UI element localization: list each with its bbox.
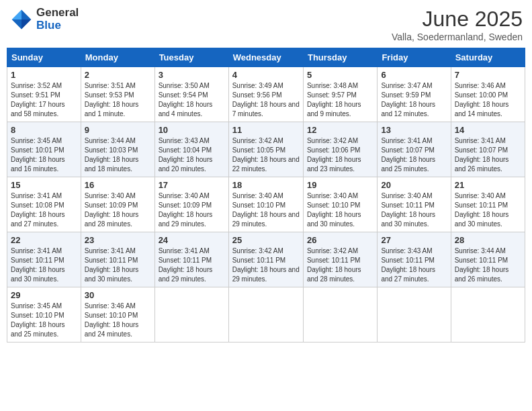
daylight-label: Daylight: 18 hours and 7 minutes. — [232, 101, 300, 118]
calendar-header-row: SundayMondayTuesdayWednesdayThursdayFrid… — [7, 48, 525, 67]
sunrise-label: Sunrise: 3:41 AM — [381, 137, 432, 144]
calendar-week-row: 8 Sunrise: 3:45 AM Sunset: 10:01 PM Dayl… — [7, 122, 525, 177]
day-info: Sunrise: 3:41 AM Sunset: 10:08 PM Daylig… — [11, 191, 77, 229]
day-info: Sunrise: 3:41 AM Sunset: 10:11 PM Daylig… — [159, 246, 225, 284]
sunrise-label: Sunrise: 3:40 AM — [307, 192, 358, 199]
sunrise-label: Sunrise: 3:41 AM — [85, 247, 136, 255]
month-title: June 2025 — [392, 7, 523, 32]
sunrise-label: Sunrise: 3:40 AM — [455, 192, 506, 199]
day-info: Sunrise: 3:44 AM Sunset: 10:11 PM Daylig… — [455, 246, 521, 284]
sunrise-label: Sunrise: 3:43 AM — [381, 247, 432, 255]
calendar-cell: 20 Sunrise: 3:40 AM Sunset: 10:11 PM Day… — [378, 177, 451, 232]
logo-icon — [9, 7, 34, 32]
calendar-table: SundayMondayTuesdayWednesdayThursdayFrid… — [7, 48, 525, 342]
daylight-label: Daylight: 18 hours and 27 minutes. — [381, 266, 435, 283]
daylight-label: Daylight: 18 hours and 25 minutes. — [381, 156, 435, 173]
sunset-label: Sunset: 10:09 PM — [85, 201, 138, 209]
calendar-cell: 23 Sunrise: 3:41 AM Sunset: 10:11 PM Day… — [81, 232, 154, 287]
weekday-header-sunday: Sunday — [7, 48, 81, 67]
daylight-label: Daylight: 18 hours and 29 minutes. — [159, 211, 213, 228]
sunset-label: Sunset: 10:11 PM — [11, 257, 64, 264]
sunset-label: Sunset: 10:11 PM — [159, 257, 212, 264]
day-info: Sunrise: 3:45 AM Sunset: 10:01 PM Daylig… — [11, 136, 77, 174]
sunrise-label: Sunrise: 3:46 AM — [455, 82, 506, 89]
sunrise-label: Sunrise: 3:40 AM — [232, 192, 283, 199]
calendar-cell — [378, 287, 451, 342]
calendar-cell — [303, 287, 377, 342]
sunset-label: Sunset: 10:11 PM — [307, 257, 361, 264]
daylight-label: Daylight: 18 hours and 30 minutes. — [455, 211, 509, 228]
day-info: Sunrise: 3:41 AM Sunset: 10:07 PM Daylig… — [381, 136, 447, 174]
daylight-label: Daylight: 18 hours and 26 minutes. — [455, 156, 509, 173]
sunset-label: Sunset: 10:11 PM — [381, 257, 435, 264]
day-info: Sunrise: 3:45 AM Sunset: 10:10 PM Daylig… — [11, 302, 77, 339]
day-number: 10 — [159, 125, 225, 135]
daylight-label: Daylight: 18 hours and 22 minutes. — [232, 156, 300, 173]
calendar-week-row: 22 Sunrise: 3:41 AM Sunset: 10:11 PM Day… — [7, 232, 525, 287]
daylight-label: Daylight: 18 hours and 29 minutes. — [232, 266, 300, 283]
sunset-label: Sunset: 9:53 PM — [85, 91, 134, 99]
sunrise-label: Sunrise: 3:47 AM — [381, 82, 432, 89]
sunrise-label: Sunrise: 3:42 AM — [307, 247, 358, 255]
sunrise-label: Sunrise: 3:42 AM — [232, 247, 283, 255]
day-number: 23 — [85, 235, 151, 245]
calendar-cell: 21 Sunrise: 3:40 AM Sunset: 10:11 PM Day… — [451, 177, 525, 232]
calendar-cell: 16 Sunrise: 3:40 AM Sunset: 10:09 PM Day… — [81, 177, 154, 232]
calendar-cell: 28 Sunrise: 3:44 AM Sunset: 10:11 PM Day… — [451, 232, 525, 287]
day-number: 24 — [159, 235, 225, 245]
sunset-label: Sunset: 10:05 PM — [232, 146, 286, 154]
sunrise-label: Sunrise: 3:40 AM — [85, 192, 136, 199]
sunset-label: Sunset: 10:10 PM — [85, 312, 138, 319]
calendar-cell: 14 Sunrise: 3:41 AM Sunset: 10:07 PM Day… — [451, 122, 525, 177]
calendar-cell: 6 Sunrise: 3:47 AM Sunset: 9:59 PM Dayli… — [378, 67, 451, 122]
sunrise-label: Sunrise: 3:49 AM — [232, 82, 283, 89]
calendar-cell — [451, 287, 525, 342]
logo-blue: Blue — [36, 19, 79, 32]
svg-marker-2 — [12, 19, 21, 29]
day-number: 8 — [11, 125, 77, 135]
sunrise-label: Sunrise: 3:41 AM — [159, 247, 210, 255]
sunrise-label: Sunrise: 3:51 AM — [85, 82, 136, 89]
day-info: Sunrise: 3:50 AM Sunset: 9:54 PM Dayligh… — [159, 81, 225, 119]
sunset-label: Sunset: 10:09 PM — [159, 201, 212, 209]
daylight-label: Daylight: 17 hours and 58 minutes. — [11, 101, 65, 118]
sunset-label: Sunset: 10:11 PM — [455, 201, 508, 209]
daylight-label: Daylight: 18 hours and 4 minutes. — [159, 101, 213, 118]
day-info: Sunrise: 3:41 AM Sunset: 10:07 PM Daylig… — [455, 136, 521, 174]
calendar-cell: 8 Sunrise: 3:45 AM Sunset: 10:01 PM Dayl… — [7, 122, 81, 177]
calendar-cell: 15 Sunrise: 3:41 AM Sunset: 10:08 PM Day… — [7, 177, 81, 232]
day-info: Sunrise: 3:40 AM Sunset: 10:11 PM Daylig… — [381, 191, 447, 229]
day-info: Sunrise: 3:41 AM Sunset: 10:11 PM Daylig… — [85, 246, 151, 284]
weekday-header-friday: Friday — [378, 48, 451, 67]
calendar-cell: 29 Sunrise: 3:45 AM Sunset: 10:10 PM Day… — [7, 287, 81, 342]
logo-text: General Blue — [36, 7, 79, 32]
svg-marker-0 — [21, 9, 31, 19]
calendar-week-row: 1 Sunrise: 3:52 AM Sunset: 9:51 PM Dayli… — [7, 67, 525, 122]
calendar-cell: 26 Sunrise: 3:42 AM Sunset: 10:11 PM Day… — [303, 232, 377, 287]
calendar-cell: 10 Sunrise: 3:43 AM Sunset: 10:04 PM Day… — [154, 122, 228, 177]
weekday-header-wednesday: Wednesday — [228, 48, 303, 67]
page-header: General Blue June 2025 Valla, Soedermanl… — [7, 7, 525, 42]
day-info: Sunrise: 3:42 AM Sunset: 10:11 PM Daylig… — [232, 246, 300, 284]
sunrise-label: Sunrise: 3:41 AM — [455, 137, 506, 144]
day-number: 27 — [381, 235, 447, 245]
day-info: Sunrise: 3:44 AM Sunset: 10:03 PM Daylig… — [85, 136, 151, 174]
sunset-label: Sunset: 10:10 PM — [232, 201, 286, 209]
weekday-header-thursday: Thursday — [303, 48, 377, 67]
day-number: 11 — [232, 125, 300, 135]
day-info: Sunrise: 3:46 AM Sunset: 10:10 PM Daylig… — [85, 302, 151, 339]
calendar-cell: 1 Sunrise: 3:52 AM Sunset: 9:51 PM Dayli… — [7, 67, 81, 122]
day-info: Sunrise: 3:43 AM Sunset: 10:11 PM Daylig… — [381, 246, 447, 284]
calendar-cell: 12 Sunrise: 3:42 AM Sunset: 10:06 PM Day… — [303, 122, 377, 177]
daylight-label: Daylight: 18 hours and 25 minutes. — [11, 321, 65, 338]
daylight-label: Daylight: 18 hours and 18 minutes. — [85, 156, 139, 173]
day-number: 14 — [455, 125, 521, 135]
sunrise-label: Sunrise: 3:42 AM — [232, 137, 283, 144]
day-number: 22 — [11, 235, 77, 245]
sunset-label: Sunset: 10:11 PM — [455, 257, 508, 264]
day-number: 15 — [11, 180, 77, 190]
day-number: 4 — [232, 70, 300, 80]
calendar-cell: 22 Sunrise: 3:41 AM Sunset: 10:11 PM Day… — [7, 232, 81, 287]
sunset-label: Sunset: 10:10 PM — [11, 312, 64, 319]
sunrise-label: Sunrise: 3:45 AM — [11, 137, 62, 144]
